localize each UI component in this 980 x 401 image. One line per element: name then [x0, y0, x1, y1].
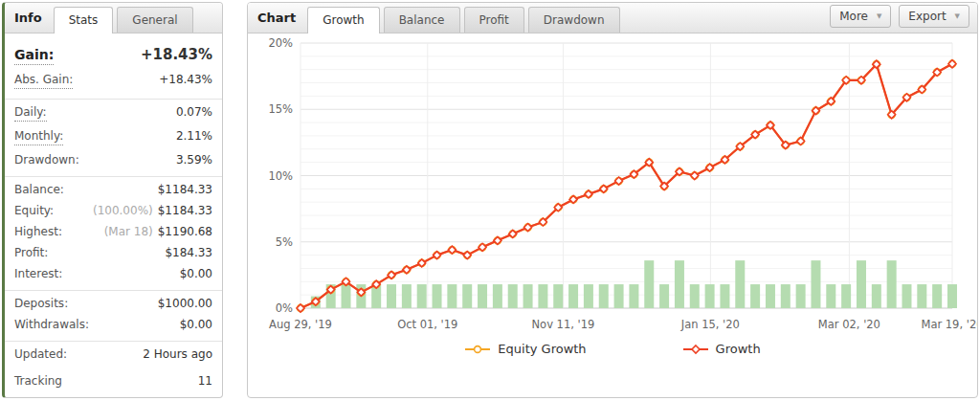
highest-value: (Mar 18)$1190.68 [104, 225, 212, 238]
interest-label: Interest: [14, 267, 62, 280]
export-button[interactable]: Export▼ [899, 5, 969, 28]
legend-item-equity-growth[interactable]: Equity Growth [464, 342, 586, 356]
stat-row-monthly: Monthly: 2.11% [5, 125, 222, 149]
equity-growth-marker-icon [464, 344, 491, 355]
svg-text:Aug 29, '19: Aug 29, '19 [269, 318, 332, 331]
tab-balance[interactable]: Balance [384, 7, 460, 33]
svg-text:Mar 02, '20: Mar 02, '20 [818, 318, 880, 331]
info-panel: Info Stats General Gain: +18.43% Abs. Ga… [2, 2, 223, 398]
abs-gain-value: +18.43% [159, 73, 212, 86]
interest-value: $0.00 [180, 267, 212, 280]
deposits-value: $1000.00 [158, 297, 212, 310]
balance-label: Balance: [14, 183, 64, 196]
deposits-label: Deposits: [14, 297, 68, 310]
legend-label: Equity Growth [498, 342, 586, 356]
gain-value: +18.43% [141, 46, 212, 63]
gridlines [301, 43, 952, 308]
highest-label: Highest: [14, 225, 62, 238]
svg-text:Nov 11, '19: Nov 11, '19 [532, 318, 595, 331]
stat-row-equity: Equity: (100.00%)$1184.33 [5, 200, 222, 221]
chart-title: Chart [248, 11, 307, 33]
stat-row-gain: Gain: +18.43% [5, 37, 222, 69]
tab-growth[interactable]: Growth [307, 7, 379, 33]
chevron-down-icon: ▼ [955, 13, 960, 20]
growth-chart-svg[interactable]: 0%5%10%15%20%Aug 29, '19Oct 01, '19Nov 1… [248, 33, 977, 338]
chart-area[interactable]: 0%5%10%15%20%Aug 29, '19Oct 01, '19Nov 1… [248, 33, 977, 356]
info-panel-header: Info Stats General [5, 3, 222, 33]
x-axis-labels: Aug 29, '19Oct 01, '19Nov 11, '19Jan 15,… [269, 318, 977, 331]
balance-value: $1184.33 [158, 183, 212, 196]
legend-label: Growth [716, 342, 761, 356]
svg-text:10%: 10% [268, 169, 293, 183]
drawdown-value: 3.59% [176, 153, 212, 167]
highest-date: (Mar 18) [104, 225, 153, 238]
equity-growth-line [301, 64, 952, 308]
svg-text:15%: 15% [268, 102, 293, 116]
tab-profit[interactable]: Profit [464, 7, 524, 33]
equity-label: Equity: [14, 204, 54, 217]
tab-stats[interactable]: Stats [54, 7, 114, 33]
stat-row-deposits: Deposits: $1000.00 [5, 293, 222, 314]
stat-row-balance: Balance: $1184.33 [5, 179, 222, 200]
stat-row-withdrawals: Withdrawals: $0.00 [5, 314, 222, 335]
chevron-down-icon: ▼ [877, 13, 881, 20]
updated-value: 2 Hours ago [143, 347, 212, 361]
chart-panel-header: Chart Growth Balance Profit Drawdown Mor… [248, 3, 977, 33]
stat-row-updated: Updated: 2 Hours ago [5, 344, 222, 365]
more-button[interactable]: More▼ [830, 5, 891, 28]
drawdown-label: Drawdown: [14, 153, 79, 167]
divider [5, 176, 222, 177]
svg-text:20%: 20% [268, 36, 293, 50]
tab-general[interactable]: General [117, 7, 192, 33]
gain-label[interactable]: Gain: [14, 47, 54, 65]
stat-row-highest: Highest: (Mar 18)$1190.68 [5, 221, 222, 242]
profit-label: Profit: [14, 246, 48, 259]
stat-row-tracking: Tracking 11 [5, 370, 222, 391]
tracking-value: 11 [198, 374, 212, 388]
withdrawals-label: Withdrawals: [14, 318, 89, 331]
chart-panel: Chart Growth Balance Profit Drawdown Mor… [247, 2, 978, 398]
stat-row-drawdown: Drawdown: 3.59% [5, 149, 222, 170]
growth-line [301, 64, 952, 308]
stat-row-profit: Profit: $184.33 [5, 242, 222, 263]
stats-rows: Gain: +18.43% Abs. Gain: +18.43% Daily: … [5, 33, 222, 391]
equity-percent: (100.00%) [93, 204, 153, 217]
svg-text:Oct 01, '19: Oct 01, '19 [397, 318, 457, 331]
legend-item-growth[interactable]: Growth [682, 342, 761, 356]
tab-info[interactable]: Info [5, 11, 54, 33]
monthly-label[interactable]: Monthly: [14, 129, 63, 145]
stat-row-abs-gain: Abs. Gain: +18.43% [5, 69, 222, 93]
stat-row-daily: Daily: 0.07% [5, 101, 222, 125]
chart-legend: Equity Growth Growth [248, 342, 977, 356]
y-axis-labels: 0%5%10%15%20% [268, 36, 293, 315]
updated-label: Updated: [14, 347, 67, 361]
daily-label[interactable]: Daily: [14, 105, 47, 122]
stat-row-interest: Interest: $0.00 [5, 263, 222, 284]
tab-drawdown[interactable]: Drawdown [528, 7, 620, 33]
abs-gain-label[interactable]: Abs. Gain: [14, 73, 73, 89]
profit-value: $184.33 [165, 246, 212, 259]
svg-text:5%: 5% [276, 235, 293, 249]
divider [5, 290, 222, 291]
daily-value: 0.07% [176, 105, 212, 119]
svg-text:Jan 15, '20: Jan 15, '20 [680, 318, 740, 331]
growth-marker-icon [682, 344, 709, 355]
monthly-value: 2.11% [176, 129, 212, 143]
equity-value: (100.00%)$1184.33 [93, 204, 212, 217]
tracking-label: Tracking [14, 374, 62, 388]
divider [5, 99, 222, 100]
svg-text:0%: 0% [276, 301, 293, 315]
divider [5, 341, 222, 342]
withdrawals-value: $0.00 [180, 318, 212, 331]
svg-text:Mar 19, '20: Mar 19, '20 [921, 318, 977, 331]
